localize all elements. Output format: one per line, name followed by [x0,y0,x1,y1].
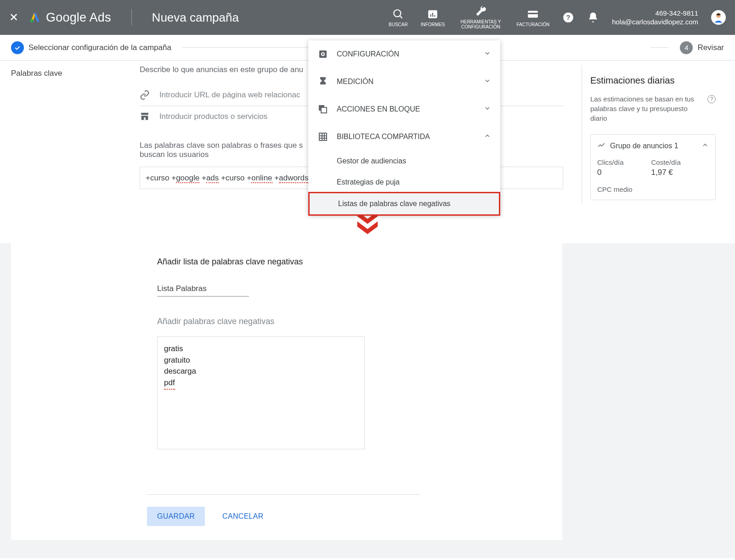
chevron-up-icon [484,132,491,141]
search-tool[interactable]: BUSCAR [389,8,408,27]
chevron-down-icon [484,77,491,86]
cpc-label: CPC medio [597,185,709,193]
coste-value: 1,97 € [651,168,681,177]
billing-tool[interactable]: FACTURACIÓN [517,8,550,27]
svg-text:?: ? [566,13,571,21]
menu-section-label: BIBLIOTECA COMPARTIDA [337,133,430,141]
svg-rect-24 [144,118,146,120]
menu-section-configuracion[interactable]: CONFIGURACIÓN [308,40,500,68]
negative-keywords-textarea[interactable]: gratis gratuito descarga pdf [157,336,365,449]
save-button[interactable]: GUARDAR [147,507,205,526]
svg-point-15 [322,53,324,55]
chevron-down-icon [484,105,491,114]
step-connector [182,47,308,48]
link-icon [140,90,150,100]
menu-section-biblioteca[interactable]: BIBLIOTECA COMPARTIDA [308,123,500,151]
tools-config-tool[interactable]: HERRAMIENTAS Y CONFIGURACIÓN [458,6,504,29]
library-icon [317,131,328,142]
help-icon: ? [562,11,574,23]
gear-icon [317,49,328,60]
page-title: Nueva campaña [152,11,239,25]
menu-section-label: CONFIGURACIÓN [337,50,399,58]
reports-tool[interactable]: INFORMES [421,8,445,27]
product-name: Google Ads [46,11,111,25]
negative-keywords-label: Añadir palabras clave negativas [157,317,420,326]
estimates-title: Estimaciones diarias [590,75,716,86]
check-icon [11,41,24,54]
estimates-subtitle: Las estimaciones se basan en tus palabra… [590,94,716,123]
svg-rect-4 [430,14,431,17]
notifications-button[interactable] [587,11,599,23]
close-icon[interactable]: ✕ [9,11,18,24]
tools-config-label: HERRAMIENTAS Y CONFIGURACIÓN [458,19,504,29]
account-id: 469-342-9811 [612,9,698,18]
menu-item-audiencias[interactable]: Gestor de audiencias [308,151,500,172]
svg-rect-17 [321,107,327,113]
svg-rect-5 [432,12,433,17]
step-4-label: Revisar [697,43,724,52]
list-name-input[interactable] [157,281,249,297]
estimates-panel: Estimaciones diarias Las estimaciones se… [582,65,724,203]
billing-icon [527,8,539,20]
svg-rect-8 [528,12,538,14]
trend-icon [597,141,605,151]
billing-label: FACTURACIÓN [517,22,550,27]
search-icon [392,8,404,20]
menu-section-medicion[interactable]: MEDICIÓN [308,68,500,95]
google-ads-logo: Google Ads [28,11,111,25]
cancel-button[interactable]: CANCELAR [216,507,270,526]
menu-item-negativas[interactable]: Listas de palabras clave negativas [308,192,500,216]
header-divider [131,9,132,26]
menu-item-puja[interactable]: Estrategias de puja [308,172,500,193]
step-connector [650,47,669,48]
step-4[interactable]: 4 Revisar [680,41,724,54]
chevron-up-icon[interactable] [701,141,709,151]
account-email: hola@carlosdavidlopez.com [612,17,698,27]
reports-icon [427,8,439,20]
bell-icon [587,11,599,23]
svg-line-2 [400,16,402,18]
svg-rect-18 [319,133,327,140]
adgroup-card: Grupo de anuncios 1 Clics/día 0 Coste/dí… [590,134,716,200]
tools-dropdown-menu: CONFIGURACIÓN MEDICIÓN ACCIONES EN BLOQU… [308,40,500,215]
search-label: BUSCAR [389,22,408,27]
adgroup-name: Grupo de anuncios 1 [610,142,678,150]
hourglass-icon [317,76,328,87]
menu-section-acciones[interactable]: ACCIONES EN BLOQUE [308,95,500,123]
clics-label: Clics/día [597,158,624,166]
svg-rect-6 [434,15,435,17]
step-1-label: Seleccionar configuración de la campaña [28,43,171,52]
svg-point-1 [394,10,401,17]
avatar[interactable] [711,10,726,25]
chevron-down-icon [484,50,491,59]
help-button[interactable]: ? [562,11,574,23]
wrench-icon [475,6,487,17]
bulk-actions-icon [317,104,328,115]
keywords-heading: Palabras clave [11,69,130,78]
help-icon[interactable]: ? [707,95,716,103]
coste-label: Coste/día [651,158,681,166]
reports-label: INFORMES [421,22,445,27]
step-1[interactable]: Seleccionar configuración de la campaña [11,41,171,54]
svg-point-0 [30,19,34,22]
store-icon [140,112,150,122]
form-title: Añadir lista de palabras clave negativas [157,257,420,267]
menu-section-label: ACCIONES EN BLOQUE [337,105,420,113]
avatar-image [712,11,725,24]
step-4-number: 4 [680,41,693,54]
clics-value: 0 [597,168,624,177]
menu-section-label: MEDICIÓN [337,78,373,86]
account-info[interactable]: 469-342-9811 hola@carlosdavidlopez.com [612,9,698,27]
google-ads-icon [28,11,41,24]
negative-list-form: Añadir lista de palabras clave negativas… [11,243,562,540]
